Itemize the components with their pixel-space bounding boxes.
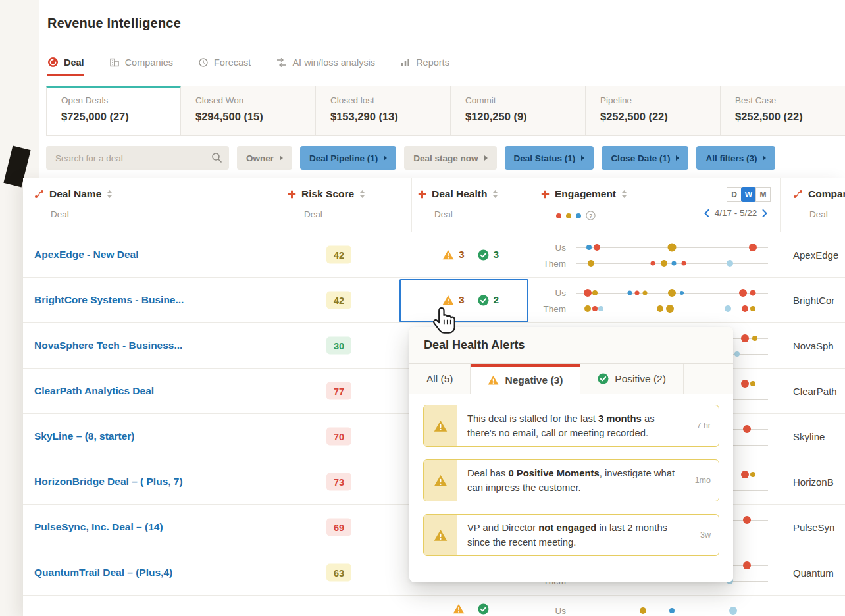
revenue-intelligence-screen: Revenue Intelligence DealCompaniesForeca… <box>0 0 845 616</box>
filter-chip-label: All filters (3) <box>705 153 757 163</box>
column-header-engagement[interactable]: Engagement <box>541 188 627 200</box>
engagement-icon <box>541 190 550 199</box>
engagement-dot <box>657 305 663 312</box>
deal-name-link[interactable]: SkyLine – (8, starter) <box>34 430 134 442</box>
warning-icon <box>424 460 457 501</box>
sort-icon[interactable] <box>621 190 627 199</box>
deal-health-cell[interactable]: 32 <box>411 294 530 306</box>
caret-icon <box>484 155 488 161</box>
engagement-toggle-d[interactable]: D <box>727 187 742 202</box>
engagement-dot <box>586 245 592 250</box>
popup-tab-label: All (5) <box>426 373 453 385</box>
engagement-sparkline <box>576 611 768 611</box>
warning-icon <box>453 603 465 614</box>
summary-card-label: Best Case <box>735 95 845 105</box>
deal-health-alerts-popup: Deal Health Alerts All (5)Negative (3)Po… <box>409 327 733 582</box>
risk-score-cell: 73 <box>267 473 411 491</box>
engagement-us-label: Us <box>530 243 576 253</box>
column-label: Deal Name <box>49 188 101 200</box>
search-input[interactable] <box>46 146 229 170</box>
popup-tab-all-5[interactable]: All (5) <box>409 364 471 394</box>
filter-chip-deal-status-1[interactable]: Deal Status (1) <box>505 146 594 170</box>
nav-tab-forecast[interactable]: Forecast <box>198 57 251 76</box>
deal-health-cell[interactable]: 33 <box>411 249 530 261</box>
deal-health-icon <box>418 190 426 199</box>
deal-name-link[interactable]: PulseSync, Inc. Deal – (14) <box>34 521 163 533</box>
risk-score-badge: 70 <box>326 428 351 446</box>
engagement-dot <box>650 261 655 266</box>
table-row: UsThem <box>23 596 845 616</box>
summary-card-label: Commit <box>465 95 585 105</box>
summary-card-label: Closed lost <box>330 95 450 105</box>
engagement-us-label: Us <box>530 606 576 616</box>
filter-chip-label: Owner <box>246 153 274 163</box>
popup-title: Deal Health Alerts <box>409 327 733 364</box>
deal-health-cell[interactable] <box>411 603 530 615</box>
column-label: Company <box>808 188 845 200</box>
summary-card-closed-won[interactable]: Closed Won$294,500 (15) <box>181 86 316 136</box>
engagement-toggle-w[interactable]: W <box>741 187 756 202</box>
alert-age: 3w <box>700 530 711 540</box>
company-name: Quantum <box>780 567 834 578</box>
company-name: NovaSph <box>780 340 834 351</box>
column-sublabel: Deal <box>434 209 453 219</box>
engagement-dot <box>743 561 751 569</box>
deal-icon <box>47 57 59 68</box>
warning-icon <box>424 405 457 446</box>
popup-tab-positive-2[interactable]: Positive (2) <box>580 364 684 394</box>
column-header-company[interactable]: Company <box>793 188 845 200</box>
risk-score-cell: 42 <box>267 246 411 264</box>
chevron-left-icon[interactable] <box>704 209 709 217</box>
nav-tab-deal[interactable]: Deal <box>47 57 84 76</box>
deal-name-link[interactable]: QuantumTrail Deal – (Plus,4) <box>34 567 172 578</box>
sort-icon[interactable] <box>107 190 113 199</box>
engagement-dot <box>727 260 733 267</box>
column-sublabel: Deal <box>51 209 69 219</box>
filter-chip-deal-pipeline-1[interactable]: Deal Pipeline (1) <box>300 146 396 170</box>
filter-chip-all-filters-3[interactable]: All filters (3) <box>696 146 775 170</box>
deal-name-link[interactable]: ApexEdge - New Deal <box>34 249 139 261</box>
engagement-sparkline <box>576 309 768 309</box>
deal-name-link[interactable]: ClearPath Analytics Deal <box>34 385 154 397</box>
deal-name-link[interactable]: HorizonBridge Deal – ( Plus, 7) <box>34 476 183 488</box>
help-icon[interactable]: ? <box>586 211 596 220</box>
risk-score-icon <box>288 190 296 199</box>
chevron-right-icon[interactable] <box>762 209 767 217</box>
filter-chip-deal-stage-now[interactable]: Deal stage now <box>404 146 496 170</box>
column-header-deal-name[interactable]: Deal Name <box>34 188 113 200</box>
deal-name-link[interactable]: BrightCore Systems - Busine... <box>34 294 184 306</box>
nav-tab-companies[interactable]: Companies <box>109 57 173 76</box>
sort-icon[interactable] <box>492 190 498 199</box>
column-label: Engagement <box>555 188 616 200</box>
engagement-dot <box>750 472 755 477</box>
filter-chip-label: Close Date (1) <box>611 153 670 163</box>
engagement-dot <box>666 305 674 313</box>
nav-tab-ai-win-loss-analysis[interactable]: AI win/loss analysis <box>276 57 375 76</box>
company-name: ClearPath <box>780 386 837 397</box>
risk-score-cell: 69 <box>267 519 411 536</box>
popup-tab-negative-3[interactable]: Negative (3) <box>471 364 580 394</box>
column-header-risk-score[interactable]: Risk Score <box>288 188 365 200</box>
popup-tabs: All (5)Negative (3)Positive (2) <box>409 364 733 394</box>
sort-icon[interactable] <box>359 190 365 199</box>
column-header-deal-health[interactable]: Deal Health <box>418 188 498 200</box>
filter-chip-owner[interactable]: Owner <box>237 146 292 170</box>
alert-text: Deal has 0 Positive Moments, investigate… <box>457 466 719 495</box>
summary-card-open-deals[interactable]: Open Deals$725,000 (27) <box>46 86 181 136</box>
summary-card-best-case[interactable]: Best Case$252,500 (22) <box>721 86 845 136</box>
nav-tab-reports[interactable]: Reports <box>400 57 449 76</box>
engagement-cell: UsThem <box>530 278 780 322</box>
filter-chip-close-date-1[interactable]: Close Date (1) <box>602 146 688 170</box>
nav-tab-label: Deal <box>64 57 84 68</box>
engagement-range-nav: 4/17 - 5/22 <box>692 208 780 218</box>
engagement-dot <box>584 305 591 312</box>
engagement-sparkline <box>576 247 768 248</box>
engagement-dot <box>627 291 632 295</box>
summary-card-commit[interactable]: Commit$120,250 (9) <box>451 86 586 136</box>
deal-name-link[interactable]: NovaSphere Tech - Business... <box>34 340 182 351</box>
legend-dot-gold <box>566 213 571 218</box>
summary-card-closed-lost[interactable]: Closed lost$153,290 (13) <box>316 86 451 136</box>
summary-card-pipeline[interactable]: Pipeline$252,500 (22) <box>586 86 721 136</box>
ai-analysis-icon <box>276 57 287 68</box>
engagement-toggle-m[interactable]: M <box>755 187 771 202</box>
